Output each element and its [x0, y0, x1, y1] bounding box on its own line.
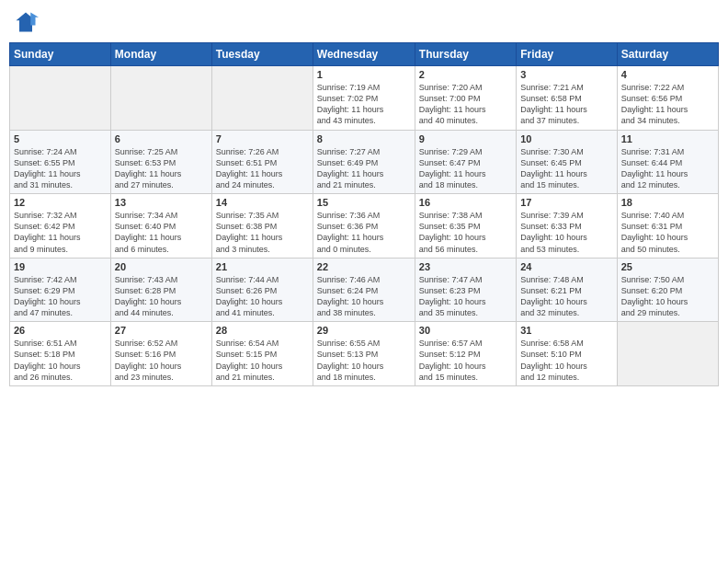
day-number: 18: [621, 197, 714, 208]
day-number: 1: [317, 69, 411, 80]
day-number: 26: [14, 325, 107, 336]
day-info: Sunrise: 7:44 AM Sunset: 6:26 PM Dayligh…: [216, 274, 309, 319]
day-info: Sunrise: 7:42 AM Sunset: 6:29 PM Dayligh…: [14, 274, 107, 319]
svg-marker-1: [30, 13, 39, 26]
day-info: Sunrise: 7:36 AM Sunset: 6:36 PM Dayligh…: [317, 210, 411, 255]
calendar-cell: 31Sunrise: 6:58 AM Sunset: 5:10 PM Dayli…: [517, 322, 617, 386]
calendar-cell: 26Sunrise: 6:51 AM Sunset: 5:18 PM Dayli…: [10, 322, 111, 386]
day-number: 13: [115, 197, 208, 208]
day-number: 25: [621, 261, 714, 272]
calendar-week-row: 5Sunrise: 7:24 AM Sunset: 6:55 PM Daylig…: [10, 130, 719, 194]
day-info: Sunrise: 6:51 AM Sunset: 5:18 PM Dayligh…: [14, 338, 107, 383]
day-number: 21: [216, 261, 309, 272]
calendar-week-row: 26Sunrise: 6:51 AM Sunset: 5:18 PM Dayli…: [10, 322, 719, 386]
calendar-cell: 16Sunrise: 7:38 AM Sunset: 6:35 PM Dayli…: [415, 194, 516, 259]
day-number: 2: [419, 69, 512, 80]
day-info: Sunrise: 6:58 AM Sunset: 5:10 PM Dayligh…: [520, 338, 612, 383]
weekday-header: Friday: [517, 43, 617, 66]
day-info: Sunrise: 7:26 AM Sunset: 6:51 PM Dayligh…: [216, 146, 309, 191]
calendar-cell: [617, 322, 718, 386]
day-info: Sunrise: 7:25 AM Sunset: 6:53 PM Dayligh…: [115, 146, 208, 191]
calendar-cell: [10, 66, 111, 131]
day-info: Sunrise: 7:46 AM Sunset: 6:24 PM Dayligh…: [317, 274, 411, 319]
day-info: Sunrise: 7:29 AM Sunset: 6:47 PM Dayligh…: [419, 146, 512, 191]
day-number: 28: [216, 325, 309, 336]
day-number: 11: [621, 133, 714, 144]
calendar-cell: 30Sunrise: 6:57 AM Sunset: 5:12 PM Dayli…: [415, 322, 516, 386]
calendar-week-row: 19Sunrise: 7:42 AM Sunset: 6:29 PM Dayli…: [10, 258, 719, 322]
calendar-cell: 12Sunrise: 7:32 AM Sunset: 6:42 PM Dayli…: [10, 194, 111, 259]
day-info: Sunrise: 7:31 AM Sunset: 6:44 PM Dayligh…: [621, 146, 714, 191]
calendar-header-row: SundayMondayTuesdayWednesdayThursdayFrid…: [10, 43, 719, 66]
calendar: SundayMondayTuesdayWednesdayThursdayFrid…: [9, 42, 719, 386]
day-info: Sunrise: 7:50 AM Sunset: 6:20 PM Dayligh…: [621, 274, 714, 319]
day-number: 31: [520, 325, 612, 336]
day-info: Sunrise: 7:30 AM Sunset: 6:45 PM Dayligh…: [520, 146, 612, 191]
calendar-cell: 27Sunrise: 6:52 AM Sunset: 5:16 PM Dayli…: [110, 322, 211, 386]
calendar-cell: [110, 66, 211, 131]
day-number: 4: [621, 69, 714, 80]
calendar-cell: 8Sunrise: 7:27 AM Sunset: 6:49 PM Daylig…: [313, 130, 415, 194]
day-info: Sunrise: 7:40 AM Sunset: 6:31 PM Dayligh…: [621, 210, 714, 255]
day-number: 12: [14, 197, 107, 208]
calendar-cell: 3Sunrise: 7:21 AM Sunset: 6:58 PM Daylig…: [517, 66, 617, 131]
weekday-header: Saturday: [617, 43, 718, 66]
calendar-cell: 4Sunrise: 7:22 AM Sunset: 6:56 PM Daylig…: [617, 66, 718, 131]
calendar-cell: 14Sunrise: 7:35 AM Sunset: 6:38 PM Dayli…: [211, 194, 313, 259]
calendar-cell: 2Sunrise: 7:20 AM Sunset: 7:00 PM Daylig…: [415, 66, 516, 131]
day-info: Sunrise: 7:39 AM Sunset: 6:33 PM Dayligh…: [520, 210, 612, 255]
day-info: Sunrise: 6:52 AM Sunset: 5:16 PM Dayligh…: [115, 338, 208, 383]
day-number: 24: [520, 261, 612, 272]
weekday-header: Sunday: [10, 43, 111, 66]
day-number: 9: [419, 133, 512, 144]
day-number: 20: [115, 261, 208, 272]
calendar-cell: 24Sunrise: 7:48 AM Sunset: 6:21 PM Dayli…: [517, 258, 617, 322]
day-info: Sunrise: 6:57 AM Sunset: 5:12 PM Dayligh…: [419, 338, 512, 383]
weekday-header: Wednesday: [313, 43, 415, 66]
calendar-cell: 15Sunrise: 7:36 AM Sunset: 6:36 PM Dayli…: [313, 194, 415, 259]
day-number: 8: [317, 133, 411, 144]
day-number: 10: [520, 133, 612, 144]
day-info: Sunrise: 6:55 AM Sunset: 5:13 PM Dayligh…: [317, 338, 411, 383]
day-number: 30: [419, 325, 512, 336]
day-info: Sunrise: 7:35 AM Sunset: 6:38 PM Dayligh…: [216, 210, 309, 255]
calendar-cell: 7Sunrise: 7:26 AM Sunset: 6:51 PM Daylig…: [211, 130, 313, 194]
calendar-cell: 28Sunrise: 6:54 AM Sunset: 5:15 PM Dayli…: [211, 322, 313, 386]
day-number: 19: [14, 261, 107, 272]
day-info: Sunrise: 7:27 AM Sunset: 6:49 PM Dayligh…: [317, 146, 411, 191]
calendar-cell: 10Sunrise: 7:30 AM Sunset: 6:45 PM Dayli…: [517, 130, 617, 194]
logo-icon: [13, 9, 39, 35]
day-info: Sunrise: 6:54 AM Sunset: 5:15 PM Dayligh…: [216, 338, 309, 383]
day-number: 27: [115, 325, 208, 336]
weekday-header: Thursday: [415, 43, 516, 66]
day-number: 29: [317, 325, 411, 336]
calendar-cell: 25Sunrise: 7:50 AM Sunset: 6:20 PM Dayli…: [617, 258, 718, 322]
day-number: 17: [520, 197, 612, 208]
day-info: Sunrise: 7:38 AM Sunset: 6:35 PM Dayligh…: [419, 210, 512, 255]
day-info: Sunrise: 7:24 AM Sunset: 6:55 PM Dayligh…: [14, 146, 107, 191]
weekday-header: Tuesday: [211, 43, 313, 66]
day-info: Sunrise: 7:19 AM Sunset: 7:02 PM Dayligh…: [317, 82, 411, 127]
day-number: 5: [14, 133, 107, 144]
calendar-cell: 9Sunrise: 7:29 AM Sunset: 6:47 PM Daylig…: [415, 130, 516, 194]
day-info: Sunrise: 7:43 AM Sunset: 6:28 PM Dayligh…: [115, 274, 208, 319]
day-number: 23: [419, 261, 512, 272]
calendar-cell: 21Sunrise: 7:44 AM Sunset: 6:26 PM Dayli…: [211, 258, 313, 322]
calendar-cell: 20Sunrise: 7:43 AM Sunset: 6:28 PM Dayli…: [110, 258, 211, 322]
day-info: Sunrise: 7:47 AM Sunset: 6:23 PM Dayligh…: [419, 274, 512, 319]
calendar-week-row: 1Sunrise: 7:19 AM Sunset: 7:02 PM Daylig…: [10, 66, 719, 131]
day-info: Sunrise: 7:20 AM Sunset: 7:00 PM Dayligh…: [419, 82, 512, 127]
calendar-cell: 11Sunrise: 7:31 AM Sunset: 6:44 PM Dayli…: [617, 130, 718, 194]
day-info: Sunrise: 7:22 AM Sunset: 6:56 PM Dayligh…: [621, 82, 714, 127]
day-number: 22: [317, 261, 411, 272]
calendar-cell: 5Sunrise: 7:24 AM Sunset: 6:55 PM Daylig…: [10, 130, 111, 194]
day-info: Sunrise: 7:34 AM Sunset: 6:40 PM Dayligh…: [115, 210, 208, 255]
day-info: Sunrise: 7:32 AM Sunset: 6:42 PM Dayligh…: [14, 210, 107, 255]
day-number: 15: [317, 197, 411, 208]
calendar-week-row: 12Sunrise: 7:32 AM Sunset: 6:42 PM Dayli…: [10, 194, 719, 259]
calendar-cell: 23Sunrise: 7:47 AM Sunset: 6:23 PM Dayli…: [415, 258, 516, 322]
day-info: Sunrise: 7:21 AM Sunset: 6:58 PM Dayligh…: [520, 82, 612, 127]
logo: [13, 9, 42, 35]
page-header: [9, 9, 719, 35]
day-number: 3: [520, 69, 612, 80]
